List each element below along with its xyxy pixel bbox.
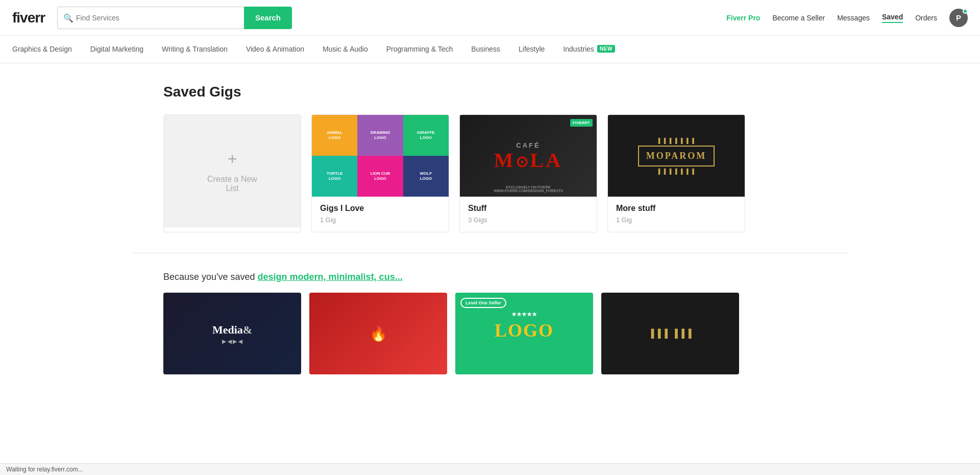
because-title: Because you've saved design modern, mini… — [163, 272, 817, 282]
page-title: Saved Gigs — [163, 84, 817, 100]
header: fiverr 🔍 Search Fiverr Pro Become a Sell… — [0, 0, 980, 36]
mosaic-cell-5: LION CUBLOGO — [357, 156, 403, 197]
cat-industries[interactable]: Industries NEW — [554, 36, 624, 63]
fiverr-badge: FIVERRT — [570, 119, 593, 127]
because-section: Because you've saved design modern, mini… — [133, 253, 847, 393]
search-button[interactable]: Search — [244, 7, 292, 29]
cat-programming[interactable]: Programming & Tech — [377, 36, 462, 63]
plus-icon: + — [228, 150, 237, 169]
nav-fiverr-pro[interactable]: Fiverr Pro — [726, 14, 760, 22]
search-icon: 🔍 — [63, 13, 74, 22]
more-stuff-count: 1 Gig — [616, 216, 737, 224]
main-content: Saved Gigs + Create a NewList ANIMALLOGO… — [133, 63, 847, 253]
avatar-letter: P — [956, 13, 961, 22]
saved-gigs-grid: + Create a NewList ANIMALLOGO DRAWINGLOG… — [163, 114, 817, 232]
category-nav: Graphics & Design Digital Marketing Writ… — [0, 36, 980, 63]
logo[interactable]: fiverr — [12, 10, 45, 26]
nav-saved[interactable]: Saved — [882, 13, 903, 23]
cat-writing[interactable]: Writing & Translation — [153, 36, 237, 63]
cat-video[interactable]: Video & Animation — [237, 36, 313, 63]
cat-graphics[interactable]: Graphics & Design — [12, 36, 81, 63]
cat-business[interactable]: Business — [462, 36, 509, 63]
gigs-i-love-card[interactable]: ANIMALLOGO DRAWINGLOGO GIRAFFELOGO TURTL… — [311, 114, 449, 232]
preview-media-2: 🔥 — [309, 293, 447, 374]
stuff-card[interactable]: FIVERRT CAFÉ M⊙LA EXCLUSIVELY ON FIVERRW… — [459, 114, 597, 232]
more-stuff-info: More stuff 1 Gig — [608, 197, 745, 232]
mosaic-cell-3: GIRAFFELOGO — [403, 115, 449, 156]
because-card-2[interactable]: 🔥 — [309, 293, 447, 374]
stuff-info: Stuff 3 Gigs — [460, 197, 597, 232]
mosaic-cell-6: WOLFLOGO — [403, 156, 449, 197]
nav-orders[interactable]: Orders — [915, 14, 937, 22]
because-card-4[interactable]: ▐▐▐ ▐▐▐ — [601, 293, 739, 374]
avatar[interactable]: P — [949, 9, 968, 27]
avatar-online-dot — [963, 9, 968, 14]
more-stuff-image: ▐▐▐▐▐▐▐ MOPAROM ▐▐▐▐▐▐▐ — [608, 115, 745, 197]
mosaic-cell-4: TURTLELOGO — [312, 156, 357, 197]
gigs-i-love-name: Gigs I Love — [320, 204, 440, 213]
because-card-1[interactable]: Media& ▶ ◀ ▶ ◀ — [163, 293, 301, 374]
more-stuff-card[interactable]: ▐▐▐▐▐▐▐ MOPAROM ▐▐▐▐▐▐▐ More stuff 1 Gig — [607, 114, 745, 232]
mosaic-cell-2: DRAWINGLOGO — [357, 115, 403, 156]
create-label: Create a NewList — [207, 175, 257, 193]
mosaic-grid: ANIMALLOGO DRAWINGLOGO GIRAFFELOGO TURTL… — [312, 115, 449, 197]
gold-logo: MOPAROM — [638, 146, 715, 167]
because-prefix: Because you've saved — [163, 272, 255, 282]
cat-digital[interactable]: Digital Marketing — [81, 36, 153, 63]
stuff-count: 3 Gigs — [468, 216, 589, 224]
search-input[interactable] — [57, 7, 244, 29]
preview-media-3: Level One Seller ★★★★★ LOGO — [455, 293, 593, 374]
search-bar: 🔍 Search — [57, 7, 292, 29]
preview-media-4: ▐▐▐ ▐▐▐ — [601, 293, 739, 374]
create-card-content: + Create a NewList — [164, 115, 301, 227]
because-cards: Media& ▶ ◀ ▶ ◀ 🔥 Level One Seller ★★★★★ … — [163, 293, 817, 374]
cafe-mola-image: FIVERRT CAFÉ M⊙LA EXCLUSIVELY ON FIVERRW… — [460, 115, 597, 197]
create-new-list-card[interactable]: + Create a NewList — [163, 114, 301, 232]
stuff-name: Stuff — [468, 204, 589, 213]
gigs-i-love-info: Gigs I Love 1 Gig — [312, 197, 449, 232]
more-stuff-name: More stuff — [616, 204, 737, 213]
cat-music[interactable]: Music & Audio — [313, 36, 377, 63]
gigs-i-love-count: 1 Gig — [320, 216, 440, 224]
nav-messages[interactable]: Messages — [837, 14, 870, 22]
nav-become-seller[interactable]: Become a Seller — [772, 14, 825, 22]
preview-media-1: Media& ▶ ◀ ▶ ◀ — [163, 293, 301, 374]
because-link[interactable]: design modern, minimalist, cus... — [258, 272, 403, 282]
mosaic-cell-1: ANIMALLOGO — [312, 115, 357, 156]
cat-lifestyle[interactable]: Lifestyle — [509, 36, 554, 63]
cat-industries-label: Industries — [563, 45, 594, 53]
because-card-3[interactable]: Level One Seller ★★★★★ LOGO — [455, 293, 593, 374]
header-nav: Fiverr Pro Become a Seller Messages Save… — [726, 9, 968, 27]
industries-new-badge: NEW — [597, 45, 615, 53]
search-input-wrap: 🔍 — [57, 7, 244, 29]
